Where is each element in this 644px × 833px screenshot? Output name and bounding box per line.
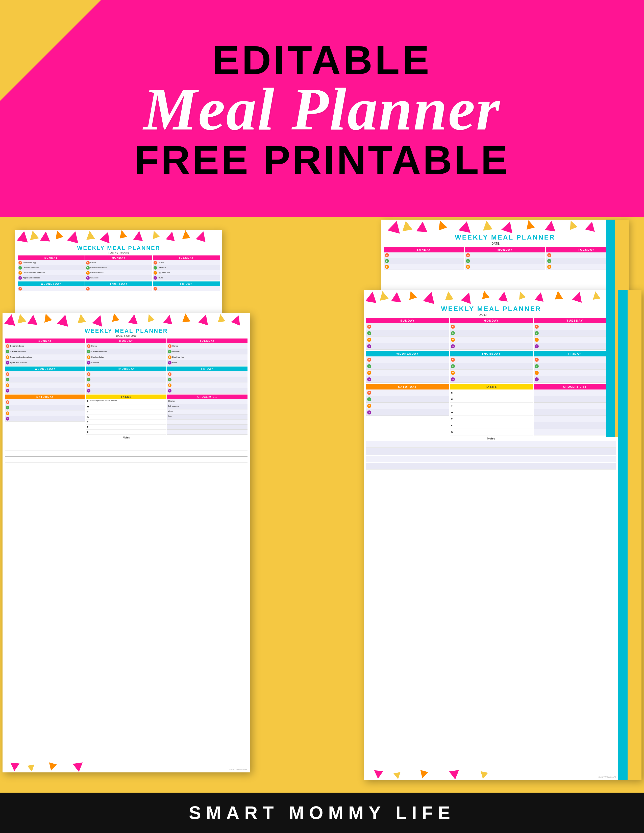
card4-grocery: GROCERY LIST: [534, 384, 616, 436]
card3-monday: MONDAY BCereal LChicken sandwich DChicke…: [86, 338, 166, 365]
card1-title: WEEKLY MEAL PLANNER: [18, 245, 220, 251]
card3-sunday: SUNDAY BScrambled egg LChicken sandwich …: [5, 338, 85, 365]
card3-thursday: THURSDAY B L D S: [86, 367, 166, 394]
card1-wednesday: WEDNESDAY B: [18, 281, 85, 291]
card4-title: WEEKLY MEAL PLANNER: [366, 305, 616, 313]
card4-saturday: SATURDAY B L D S: [366, 384, 449, 436]
card1-friday: FRIDAY B: [153, 281, 220, 291]
bottom-bar: SMART MOMMY LIFE: [0, 793, 644, 833]
card3-friday: FRIDAY B L D S: [167, 367, 248, 394]
bottom-bar-text: SMART MOMMY LIFE: [189, 802, 456, 823]
card4-sunday: SUNDAY B L D S: [366, 318, 449, 350]
planners-area: WEEKLY MEAL PLANNER DATE:___________ SUN…: [0, 217, 644, 793]
card1-monday: MONDAY BCereal LChicken sandwich DChicke…: [85, 256, 152, 280]
card3-grocery: GROCERY L... Chicken Ball peppers Wrap E…: [167, 394, 248, 435]
card1-sunday: SUNDAY BScrambled egg LChicken sandwich …: [18, 256, 85, 280]
card1-date: DATE: 6 Oct 2019: [18, 252, 220, 254]
header-meal-planner: Meal Planner: [143, 80, 501, 138]
card4-wednesday: WEDNESDAY B L D S: [366, 351, 449, 383]
card2-monday: MONDAY B L D: [465, 247, 545, 270]
card3-wednesday: WEDNESDAY B L D S: [5, 367, 85, 394]
card3-tasks: TASKS SChop vegetables, season chicken M…: [86, 394, 166, 435]
card3-tuesday: TUESDAY BCereal LLeftovers DEgg fried ri…: [167, 338, 248, 365]
card3-notes: Notes: [5, 436, 248, 462]
card4-notes: Notes: [366, 437, 616, 470]
card2-title: WEEKLY MEAL PLANNER: [384, 233, 626, 241]
header-free-printable: FREE PRINTABLE: [134, 138, 510, 182]
card4-monday: MONDAY B L D S: [450, 318, 532, 350]
header: EDITABLE Meal Planner FREE PRINTABLE: [0, 0, 644, 217]
header-editable: EDITABLE: [213, 40, 431, 80]
card2-date: DATE:___________: [384, 242, 626, 245]
card4-friday: FRIDAY B L D S: [534, 351, 616, 383]
card4-thursday: THURSDAY B L D S: [450, 351, 532, 383]
card3-title: WEEKLY MEAL PLANNER: [5, 328, 248, 334]
card2-sunday: SUNDAY B L D: [384, 247, 464, 270]
card4-tasks: TASKS S M T W T F S: [450, 384, 532, 436]
card3-saturday: SATURDAY B L D S: [5, 394, 85, 435]
card1-tuesday: TUESDAY BCereal LLeftovers DEgg fried ri…: [153, 256, 220, 280]
card4-tuesday: TUESDAY B L D S: [534, 318, 616, 350]
card4: WEEKLY MEAL PLANNER DATE:___________ SUN…: [364, 290, 641, 780]
card1-thursday: THURSDAY B: [85, 281, 152, 291]
card3: WEEKLY MEAL PLANNER DATE: 6 Oct 2019 SUN…: [3, 313, 250, 772]
